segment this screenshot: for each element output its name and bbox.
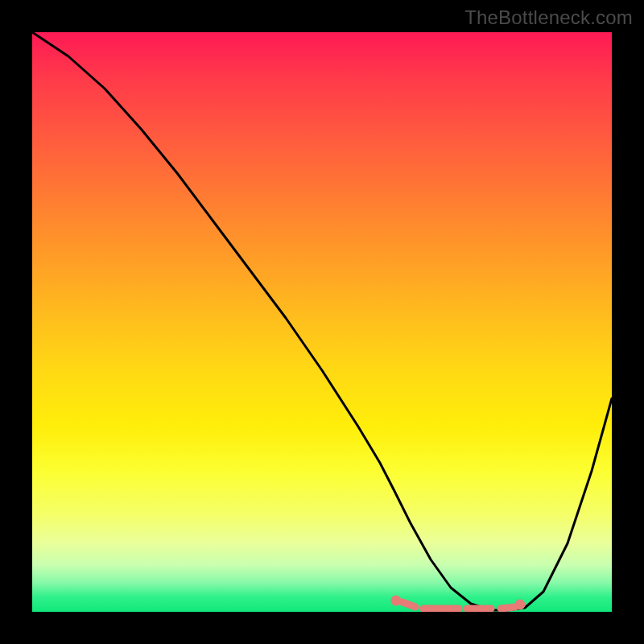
plot-area	[32, 32, 612, 612]
marker-segment	[402, 602, 415, 607]
chart-svg	[32, 32, 612, 612]
marker-dot	[391, 596, 402, 606]
watermark-text: TheBottleneck.com	[464, 6, 633, 29]
chart-frame: TheBottleneck.com	[0, 0, 644, 644]
bottleneck-curve	[32, 32, 612, 610]
marker-segment	[501, 607, 515, 609]
highlighted-range-markers	[391, 596, 526, 610]
marker-dot	[515, 600, 526, 610]
